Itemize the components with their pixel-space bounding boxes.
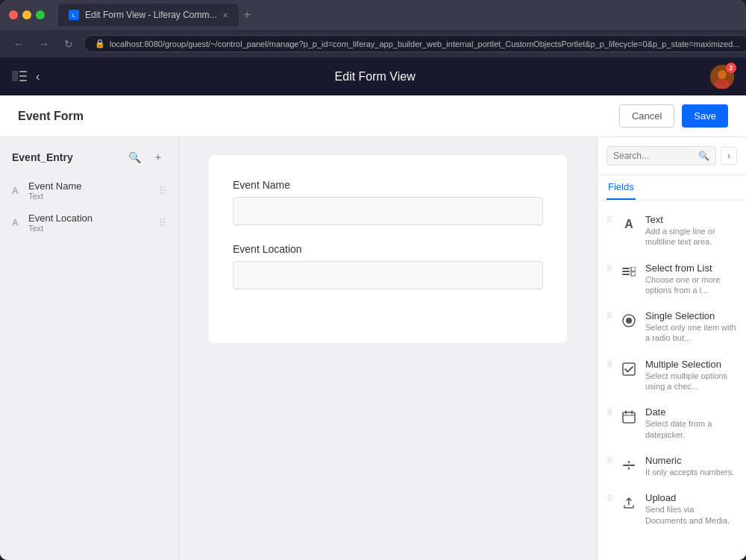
form-top-bar: Event Form Cancel Save [0, 95, 746, 137]
field-item-date[interactable]: ⠿ Date Select [598, 399, 746, 447]
field-desc-numeric: It only accepts numbers. [645, 467, 737, 477]
center-form-area: Event Name Event Location [179, 137, 597, 560]
text-field-icon: A [12, 186, 22, 196]
radio-icon [622, 314, 636, 327]
svg-rect-18 [623, 465, 635, 466]
expand-panel-button[interactable]: › [721, 147, 737, 165]
cancel-button[interactable]: Cancel [619, 104, 674, 128]
form-container: Event Form Cancel Save Event_Entry 🔍 ＋ [0, 95, 746, 560]
traffic-lights [9, 10, 45, 19]
event-name-input[interactable] [233, 197, 543, 225]
form-top-actions: Cancel Save [619, 104, 728, 128]
drag-handle-icon-2: ⠿ [159, 217, 166, 229]
form-field-group-event-location: Event Location [233, 243, 543, 289]
svg-point-5 [718, 70, 727, 79]
field-text-info: Text Add a single line or multiline text… [645, 214, 737, 248]
event-name-label: Event Name [233, 179, 543, 191]
event-location-input[interactable] [233, 261, 543, 289]
field-text-info-2: Select from List Choose one or more opti… [645, 262, 737, 296]
app-content: ‹ Edit Form View 2 Event Form Cancel [0, 58, 746, 560]
lock-icon: 🔒 [95, 39, 105, 48]
svg-rect-14 [623, 412, 635, 423]
field-item-multiple-selection[interactable]: ⠿ Multiple Selection Select multiple opt… [598, 351, 746, 400]
field-name-numeric: Numeric [645, 455, 737, 466]
field-item-select-list[interactable]: ⠿ Select f [598, 255, 746, 303]
browser-toolbar: ← → ↻ 🔒 localhost:8080/group/guest/~/con… [0, 30, 746, 58]
svg-rect-3 [19, 80, 27, 81]
svg-point-12 [626, 318, 632, 324]
field-text-info-4: Multiple Selection Select multiple optio… [645, 359, 737, 392]
sidebar-toggle-button[interactable] [12, 69, 27, 85]
close-button[interactable] [9, 10, 18, 19]
text-field-icon-2: A [12, 218, 22, 228]
field-item-text[interactable]: ⠿ A Text Add a single line or multiline … [598, 207, 746, 255]
date-icon-box [618, 406, 639, 427]
forward-button[interactable]: → [34, 35, 54, 53]
right-sidebar-search: 🔍 › [598, 137, 746, 175]
tab-title: Edit Form View - Liferay Comm... [85, 10, 216, 20]
numeric-icon-box [618, 455, 639, 476]
tabs-row: Fields [598, 175, 746, 201]
field-desc-select: Choose one or more options from a l... [645, 274, 737, 296]
upload-icon [622, 496, 636, 509]
tab-close-icon[interactable]: ✕ [222, 11, 228, 19]
main-layout: Event_Entry 🔍 ＋ A Event Name Text [0, 137, 746, 560]
url-text: localhost:8080/group/guest/~/control_pan… [110, 40, 739, 48]
sidebar-field-type-2: Text [28, 224, 153, 233]
sidebar-field-item-event-name[interactable]: A Event Name Text ⠿ [0, 174, 178, 207]
field-desc-upload: Send files via Documents and Media. [645, 504, 737, 526]
field-drag-icon-2: ⠿ [606, 264, 612, 274]
field-drag-icon: ⠿ [606, 215, 612, 225]
field-name-select: Select from List [645, 262, 737, 274]
maximize-button[interactable] [36, 10, 45, 19]
sidebar-field-item-event-location[interactable]: A Event Location Text ⠿ [0, 207, 178, 239]
field-text-info-7: Upload Send files via Documents and Medi… [645, 492, 737, 526]
field-item-numeric[interactable]: ⠿ Numeric It only accepts number [598, 447, 746, 485]
single-selection-icon-box [618, 310, 639, 331]
field-drag-icon-5: ⠿ [606, 408, 612, 418]
field-name-upload: Upload [645, 492, 737, 503]
field-drag-icon-4: ⠿ [606, 360, 612, 370]
svg-rect-0 [12, 71, 18, 81]
field-item-single-selection[interactable]: ⠿ Single Selection Select only one item … [598, 303, 746, 351]
field-item-upload[interactable]: ⠿ Upload Send files via Documents and Me… [598, 485, 746, 533]
save-button[interactable]: Save [682, 104, 728, 128]
numeric-icon [622, 459, 636, 472]
field-desc-single: Select only one item with a radio but... [645, 322, 737, 344]
sidebar-add-button[interactable]: ＋ [150, 149, 166, 166]
user-avatar-wrapper: 2 [710, 65, 734, 89]
back-button[interactable]: ← [9, 35, 28, 53]
app-header: ‹ Edit Form View 2 [0, 58, 746, 95]
fields-search-input[interactable] [613, 151, 695, 161]
fields-list: ⠿ A Text Add a single line or multiline … [598, 201, 746, 560]
svg-rect-10 [631, 267, 636, 276]
search-input-wrapper[interactable]: 🔍 [606, 146, 716, 166]
sidebar-action-icons: 🔍 ＋ [125, 149, 166, 166]
upload-icon-box [618, 492, 639, 513]
browser-tab-active[interactable]: L Edit Form View - Liferay Comm... ✕ [58, 4, 239, 26]
form-field-group-event-name: Event Name [233, 179, 543, 225]
svg-rect-1 [19, 71, 27, 72]
form-title: Event Form [18, 110, 84, 123]
liferay-favicon: L [69, 10, 79, 20]
svg-rect-2 [19, 75, 27, 77]
sidebar-header: Event_Entry 🔍 ＋ [0, 149, 178, 174]
url-bar[interactable]: 🔒 localhost:8080/group/guest/~/control_p… [84, 35, 746, 52]
select-list-icon [622, 267, 636, 279]
left-sidebar: Event_Entry 🔍 ＋ A Event Name Text [0, 137, 179, 560]
sidebar-search-button[interactable]: 🔍 [125, 149, 144, 166]
multiple-selection-icon-box [618, 359, 639, 380]
field-name-multiple: Multiple Selection [645, 359, 737, 370]
browser-frame: L Edit Form View - Liferay Comm... ✕ + ←… [0, 0, 746, 560]
sidebar-field-name: Event Name [28, 180, 153, 192]
sidebar-field-info-2: Event Location Text [28, 213, 153, 233]
field-text-info-6: Numeric It only accepts numbers. [645, 455, 737, 477]
minimize-button[interactable] [22, 10, 31, 19]
text-icon-box: A [618, 214, 639, 235]
svg-rect-9 [622, 274, 630, 275]
refresh-button[interactable]: ↻ [60, 35, 78, 53]
tab-fields[interactable]: Fields [606, 175, 636, 200]
sidebar-field-name-2: Event Location [28, 213, 153, 224]
field-name-single: Single Selection [645, 310, 737, 321]
new-tab-button[interactable]: + [243, 8, 250, 22]
